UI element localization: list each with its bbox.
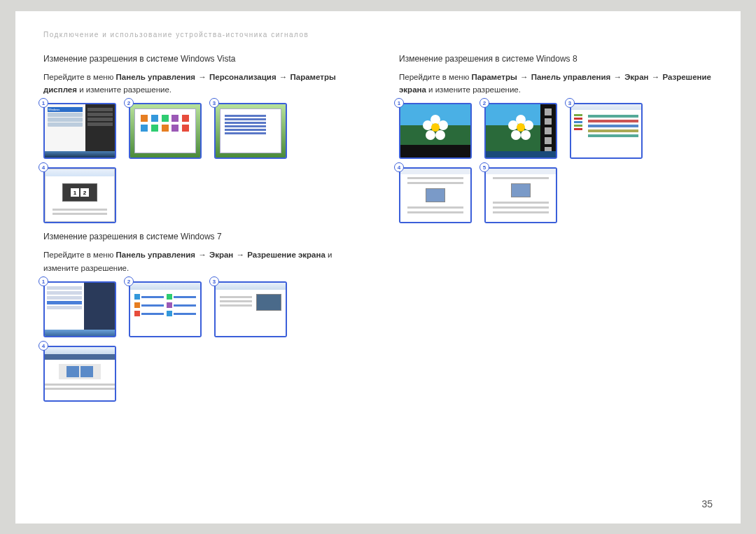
path-step: Панель управления (531, 73, 611, 81)
desc-prefix: Перейдите в меню (399, 73, 472, 81)
callout-badge: 2 (124, 276, 134, 286)
path-step: Панель управления (116, 251, 196, 259)
section-desc-vista: Перейдите в меню Панель управления → Пер… (43, 71, 357, 97)
callout-badge: 3 (209, 276, 219, 286)
screenshot-thumbnail: 1 Windows (43, 103, 116, 159)
path-step: Персонализация (209, 73, 276, 81)
thumbnail-row: 1 2 3 (43, 281, 357, 337)
arrow-icon: → (197, 248, 207, 261)
screenshot-thumbnail: 4 (43, 346, 116, 402)
desc-prefix: Перейдите в меню (43, 251, 116, 259)
thumbnail-row: 4 5 (399, 167, 713, 223)
path-step: Параметры (472, 73, 517, 81)
path-step: Экран (209, 251, 233, 259)
arrow-icon: → (279, 71, 288, 83)
thumbnail-row: 1 Windows 2 3 (43, 103, 357, 159)
arrow-icon: → (197, 71, 207, 83)
screenshot-thumbnail: 2 (129, 103, 202, 159)
path-step: Панель управления (116, 73, 196, 81)
desc-suffix: и измените разрешение. (79, 85, 172, 94)
arrow-icon: → (235, 248, 245, 261)
path-step: Разрешение экрана (247, 251, 326, 259)
arrow-icon: → (519, 71, 529, 83)
thumbnail-row: 1 2 3 (399, 103, 713, 159)
section-title-win7: Изменение разрешения в системе Windows 7 (43, 232, 357, 241)
page-number: 35 (701, 498, 713, 510)
two-column-layout: Изменение разрешения в системе Windows V… (43, 54, 713, 411)
section-desc-win7: Перейдите в меню Панель управления → Экр… (43, 248, 357, 274)
screenshot-thumbnail: 3 (214, 103, 287, 159)
screenshot-thumbnail: 4 12 (43, 167, 116, 223)
path-step: Экран (624, 73, 648, 81)
desc-prefix: Перейдите в меню (43, 73, 116, 81)
screenshot-thumbnail: 3 (570, 103, 643, 159)
desc-suffix: и измените разрешение. (428, 85, 521, 94)
arrow-icon: → (651, 71, 661, 83)
screenshot-thumbnail: 2 (484, 103, 557, 159)
screenshot-thumbnail: 1 (43, 281, 116, 337)
callout-badge: 4 (38, 341, 48, 351)
left-column: Изменение разрешения в системе Windows V… (43, 54, 357, 411)
screenshot-thumbnail: 2 (129, 281, 202, 337)
arrow-icon: → (612, 71, 622, 83)
screenshot-thumbnail: 1 (399, 103, 472, 159)
screenshot-thumbnail: 4 (399, 167, 472, 223)
thumbnail-row: 4 (43, 346, 357, 402)
right-column: Изменение разрешения в системе Windows 8… (399, 54, 713, 411)
thumbnail-row: 4 12 (43, 167, 357, 223)
document-page: Подключение и использование устройства-и… (15, 11, 741, 524)
screenshot-thumbnail: 5 (484, 167, 557, 223)
screenshot-thumbnail: 3 (214, 281, 287, 337)
breadcrumb: Подключение и использование устройства-и… (43, 31, 713, 38)
section-desc-win8: Перейдите в меню Параметры → Панель упра… (399, 71, 713, 97)
section-title-win8: Изменение разрешения в системе Windows 8 (399, 54, 713, 64)
callout-badge: 1 (38, 276, 48, 286)
section-title-vista: Изменение разрешения в системе Windows V… (43, 54, 357, 64)
